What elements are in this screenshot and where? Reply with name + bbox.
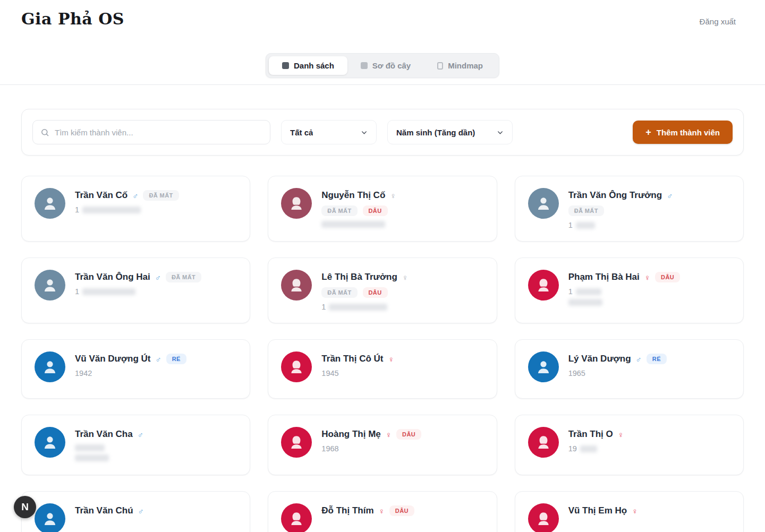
- list-icon: [282, 62, 289, 69]
- floating-badge-n[interactable]: N: [14, 496, 36, 518]
- status-badges: ĐÃ MẤT: [568, 205, 730, 216]
- status-badge: ĐÃ MẤT: [166, 272, 201, 282]
- male-avatar-icon: [41, 358, 58, 375]
- redacted-year-block: [329, 304, 387, 311]
- member-card[interactable]: Trần Thị O ♀ 19: [515, 415, 744, 475]
- status-badge: ĐÃ MẤT: [143, 190, 178, 201]
- member-name: Trần Văn Chú: [75, 505, 133, 516]
- member-years: 1: [75, 205, 237, 214]
- member-name-row: Trần Văn Cha ♂: [75, 429, 237, 440]
- status-badges: ĐÃ MẤTDÂU: [321, 205, 483, 216]
- female-avatar-icon: [288, 195, 305, 212]
- inline-badges: DÂU: [389, 505, 414, 516]
- member-card[interactable]: Trần Thị Cô Út ♀ 1945: [268, 339, 497, 399]
- status-badge: DÂU: [389, 505, 414, 516]
- member-info: Trần Văn Ông Hai ♂ ĐÃ MẤT 1: [75, 270, 237, 311]
- tab-label: Sơ đồ cây: [372, 61, 411, 70]
- member-card[interactable]: Lê Thị Bà Trưởng ♀ ĐÃ MẤTDÂU 1: [268, 258, 497, 323]
- member-name: Trần Thị O: [568, 429, 613, 440]
- member-years: 1945: [321, 369, 483, 377]
- gender-icon: ♀: [379, 507, 385, 515]
- inline-badges: DÂU: [655, 272, 680, 282]
- member-years: 1: [321, 303, 483, 311]
- member-name-row: Vũ Thị Em Họ ♀: [568, 505, 730, 516]
- male-avatar-icon: [41, 434, 58, 451]
- member-name-row: Vũ Văn Dượng Út ♂ RỂ: [75, 354, 237, 364]
- member-info: Trần Văn Cha ♂: [75, 427, 237, 463]
- avatar: [528, 270, 559, 301]
- member-name-row: Lê Thị Bà Trưởng ♀: [321, 272, 483, 282]
- member-years: 1: [75, 287, 237, 296]
- member-name: Lý Văn Dượng: [568, 354, 631, 364]
- male-avatar-icon: [41, 195, 58, 212]
- member-info: Vũ Thị Em Họ ♀: [568, 503, 730, 532]
- redacted-year-block: [75, 454, 109, 461]
- member-name: Đỗ Thị Thím: [321, 505, 373, 516]
- app-header: Gia Phả OS Đăng xuất Danh sách Sơ đồ cây…: [0, 0, 765, 85]
- member-card[interactable]: Nguyễn Thị Cố ♀ ĐÃ MẤTDÂU: [268, 176, 497, 242]
- tree-icon: [361, 62, 368, 69]
- redacted-year-block: [568, 299, 602, 306]
- member-card[interactable]: Hoàng Thị Mẹ ♀ DÂU 1968: [268, 415, 497, 475]
- member-card[interactable]: Vũ Thị Em Họ ♀: [515, 491, 744, 532]
- tab-so-do-cay[interactable]: Sơ đồ cây: [347, 56, 424, 75]
- member-name: Lê Thị Bà Trưởng: [321, 272, 397, 282]
- relation-filter-dropdown[interactable]: Tất cả: [281, 120, 377, 144]
- avatar: [528, 503, 559, 532]
- member-name: Vũ Văn Dượng Út: [75, 354, 150, 364]
- chevron-down-icon: [497, 129, 504, 136]
- male-avatar-icon: [41, 277, 58, 294]
- redacted-year-block: [75, 444, 105, 451]
- avatar: [528, 427, 559, 458]
- member-card[interactable]: Lý Văn Dượng ♂ RỂ 1965: [515, 339, 744, 399]
- member-info: Lý Văn Dượng ♂ RỂ 1965: [568, 351, 730, 387]
- status-badge: DÂU: [396, 429, 421, 440]
- female-avatar-icon: [288, 510, 305, 527]
- status-badge: ĐÃ MẤT: [321, 205, 357, 216]
- member-info: Vũ Văn Dượng Út ♂ RỂ 1942: [75, 351, 237, 387]
- member-card[interactable]: Trần Văn Cha ♂: [21, 415, 250, 475]
- inline-badges: DÂU: [396, 429, 421, 440]
- avatar: [528, 188, 559, 219]
- member-card[interactable]: Đỗ Thị Thím ♀ DÂU: [268, 491, 497, 532]
- member-card[interactable]: Vũ Văn Dượng Út ♂ RỂ 1942: [21, 339, 250, 399]
- member-card[interactable]: Trần Văn Ông Trưởng ♂ ĐÃ MẤT 1: [515, 176, 744, 242]
- member-grid: Trần Văn Cố ♂ ĐÃ MẤT 1 Nguyễn Thị Cố ♀: [21, 176, 744, 532]
- member-info: Trần Văn Cố ♂ ĐÃ MẤT 1: [75, 188, 237, 229]
- search-input[interactable]: [55, 128, 262, 137]
- view-tabs: Danh sách Sơ đồ cây Mindmap: [266, 53, 499, 78]
- avatar: [281, 503, 312, 532]
- member-card[interactable]: Trần Văn Cố ♂ ĐÃ MẤT 1: [21, 176, 250, 242]
- status-badge: RỂ: [166, 354, 186, 364]
- member-card[interactable]: Trần Văn Chú ♂: [21, 491, 250, 532]
- tab-mindmap[interactable]: Mindmap: [424, 56, 496, 75]
- member-info: Lê Thị Bà Trưởng ♀ ĐÃ MẤTDÂU 1: [321, 270, 483, 311]
- avatar: [35, 270, 65, 301]
- member-card[interactable]: Trần Văn Ông Hai ♂ ĐÃ MẤT 1: [21, 258, 250, 323]
- tab-label: Danh sách: [294, 61, 334, 70]
- member-info: Nguyễn Thị Cố ♀ ĐÃ MẤTDÂU: [321, 188, 483, 229]
- member-name: Trần Văn Ông Trưởng: [568, 190, 662, 201]
- app-title: Gia Phả OS: [21, 10, 124, 28]
- gender-icon: ♀: [386, 431, 392, 439]
- redacted-year-block: [321, 221, 385, 228]
- member-years: [321, 221, 483, 228]
- tab-danh-sach[interactable]: Danh sách: [269, 56, 347, 75]
- redacted-year-block: [82, 207, 141, 213]
- avatar: [281, 188, 312, 219]
- member-name: Trần Văn Ông Hai: [75, 272, 150, 282]
- male-avatar-icon: [535, 358, 552, 375]
- member-card[interactable]: Phạm Thị Bà Hai ♀ DÂU 1: [515, 258, 744, 323]
- logout-link[interactable]: Đăng xuất: [700, 17, 736, 26]
- sort-filter-dropdown[interactable]: Năm sinh (Tăng dần): [387, 120, 513, 144]
- gender-icon: ♀: [632, 507, 638, 515]
- redacted-year-block: [576, 222, 595, 229]
- gender-icon: ♂: [138, 431, 143, 439]
- status-badges: ĐÃ MẤTDÂU: [321, 287, 483, 298]
- avatar: [35, 503, 65, 532]
- gender-icon: ♀: [618, 431, 624, 439]
- female-avatar-icon: [535, 510, 552, 527]
- member-name-row: Trần Thị O ♀: [568, 429, 730, 440]
- member-name: Trần Văn Cha: [75, 429, 133, 440]
- add-member-button[interactable]: + Thêm thành viên: [633, 121, 733, 144]
